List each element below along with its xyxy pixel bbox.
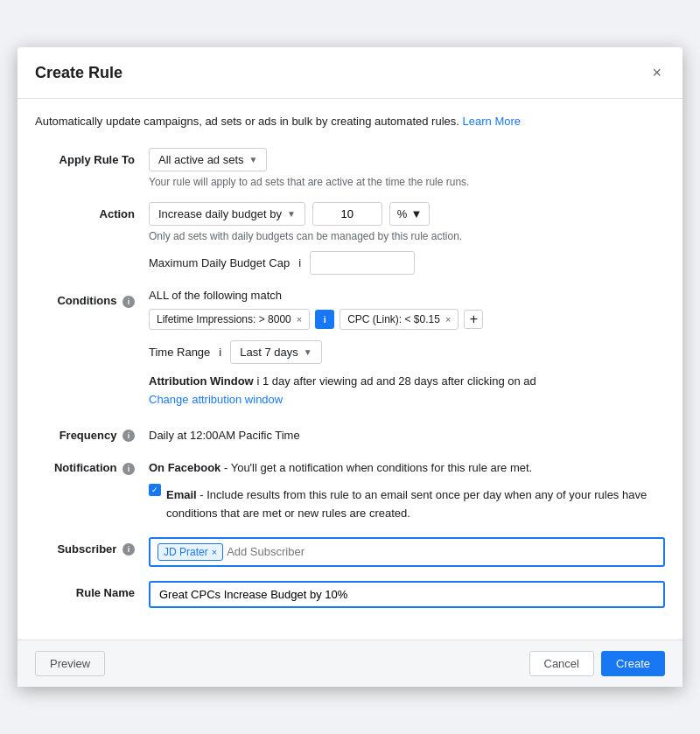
cancel-button[interactable]: Cancel <box>529 651 594 676</box>
conditions-row: Conditions i ALL of the following match … <box>35 289 665 409</box>
apply-rule-content: All active ad sets ▼ Your rule will appl… <box>149 148 665 188</box>
time-range-label: Time Range <box>149 346 210 359</box>
attribution-label: Attribution Window <box>149 374 254 388</box>
condition-tag-impressions: Lifetime Impressions: > 8000 × <box>149 309 310 330</box>
chevron-down-icon: ▼ <box>287 209 296 219</box>
notification-email-text: Email - Include results from this rule t… <box>166 483 665 523</box>
frequency-row: Frequency i Daily at 12:00AM Pacific Tim… <box>35 423 665 443</box>
frequency-label: Frequency i <box>35 423 149 443</box>
subscriber-box[interactable]: JD Prater × <box>149 537 665 567</box>
email-checkbox[interactable] <box>149 484 161 496</box>
budget-cap-label: Maximum Daily Budget Cap <box>149 256 290 269</box>
frequency-info-icon[interactable]: i <box>122 430 135 442</box>
remove-cpc-icon[interactable]: × <box>445 314 451 325</box>
rule-name-input[interactable] <box>149 581 665 608</box>
action-label: Action <box>35 202 149 220</box>
subscriber-name: JD Prater <box>164 546 208 558</box>
action-content: Increase daily budget by ▼ % ▼ Only ad s… <box>149 202 665 275</box>
notification-row: Notification i On Facebook - You'll get … <box>35 456 665 522</box>
rule-name-label: Rule Name <box>35 581 149 599</box>
subscriber-content: JD Prater × <box>149 537 665 567</box>
action-row: Action Increase daily budget by ▼ % ▼ On… <box>35 202 665 275</box>
notification-email-row: Email - Include results from this rule t… <box>149 483 665 523</box>
notification-facebook-text: On Facebook - You'll get a notification … <box>149 456 665 478</box>
conditions-header: ALL of the following match <box>149 289 665 302</box>
attribution-row: Attribution Window i 1 day after viewing… <box>149 373 665 409</box>
attribution-text: 1 day after viewing ad and 28 days after… <box>262 374 536 388</box>
budget-cap-row: Maximum Daily Budget Cap i <box>149 251 665 275</box>
chevron-down-icon: ▼ <box>249 155 258 164</box>
intro-text: Automatically update campaigns, ad sets … <box>35 113 665 130</box>
subscriber-info-icon[interactable]: i <box>122 543 135 556</box>
frequency-text: Daily at 12:00AM Pacific Time <box>149 423 665 442</box>
action-amount-input[interactable] <box>312 202 382 226</box>
subscriber-label: Subscriber i <box>35 537 149 556</box>
apply-rule-row: Apply Rule To All active ad sets ▼ Your … <box>35 148 665 188</box>
remove-impressions-icon[interactable]: × <box>297 314 302 325</box>
footer-right: Cancel Create <box>529 651 666 676</box>
time-range-info-icon[interactable]: i <box>219 346 221 359</box>
apply-rule-label: Apply Rule To <box>35 148 149 166</box>
create-button[interactable]: Create <box>601 651 665 676</box>
apply-rule-hint: Your rule will apply to ad sets that are… <box>149 176 665 188</box>
change-attribution-link[interactable]: Change attribution window <box>149 391 665 409</box>
modal-footer: Preview Cancel Create <box>18 640 682 687</box>
add-subscriber-input[interactable] <box>227 545 656 558</box>
notification-info-icon[interactable]: i <box>122 463 135 475</box>
add-condition-button[interactable]: + <box>464 310 483 329</box>
time-range-dropdown[interactable]: Last 7 days ▼ <box>230 340 321 364</box>
action-controls: Increase daily budget by ▼ % ▼ <box>149 202 665 226</box>
unit-dropdown[interactable]: % ▼ <box>389 202 430 226</box>
chevron-down-icon: ▼ <box>410 207 422 220</box>
conditions-tags: Lifetime Impressions: > 8000 × i CPC (Li… <box>149 309 665 330</box>
subscriber-tag: JD Prater × <box>158 543 223 561</box>
modal-body: Automatically update campaigns, ad sets … <box>18 99 682 639</box>
conditions-label: Conditions i <box>35 289 149 308</box>
conditions-info-icon[interactable]: i <box>122 296 135 308</box>
subscriber-row: Subscriber i JD Prater × <box>35 537 665 567</box>
impressions-info-button[interactable]: i <box>315 310 334 329</box>
remove-subscriber-icon[interactable]: × <box>212 547 217 557</box>
condition-tag-cpc: CPC (Link): < $0.15 × <box>340 309 458 330</box>
frequency-content: Daily at 12:00AM Pacific Time <box>149 423 665 442</box>
attribution-info-icon[interactable]: i <box>256 374 259 388</box>
rule-name-content <box>149 581 665 608</box>
preview-button[interactable]: Preview <box>35 651 105 676</box>
conditions-content: ALL of the following match Lifetime Impr… <box>149 289 665 409</box>
action-hint: Only ad sets with daily budgets can be m… <box>149 230 665 242</box>
time-range-row: Time Range i Last 7 days ▼ <box>149 340 665 364</box>
apply-rule-dropdown[interactable]: All active ad sets ▼ <box>149 148 267 171</box>
footer-left: Preview <box>35 651 105 676</box>
budget-cap-input[interactable] <box>310 251 415 275</box>
action-dropdown[interactable]: Increase daily budget by ▼ <box>149 202 305 226</box>
learn-more-link[interactable]: Learn More <box>463 115 521 128</box>
condition-cpc-text: CPC (Link): < $0.15 <box>347 313 440 325</box>
notification-label: Notification i <box>35 456 149 475</box>
modal-header: Create Rule × <box>18 47 682 99</box>
condition-impressions-text: Lifetime Impressions: > 8000 <box>157 313 291 325</box>
budget-cap-info-icon[interactable]: i <box>298 256 301 269</box>
modal-title: Create Rule <box>35 64 122 82</box>
rule-name-row: Rule Name <box>35 581 665 608</box>
create-rule-modal: Create Rule × Automatically update campa… <box>18 47 682 686</box>
chevron-down-icon: ▼ <box>304 347 312 357</box>
close-button[interactable]: × <box>648 61 665 84</box>
notification-content: On Facebook - You'll get a notification … <box>149 456 665 522</box>
